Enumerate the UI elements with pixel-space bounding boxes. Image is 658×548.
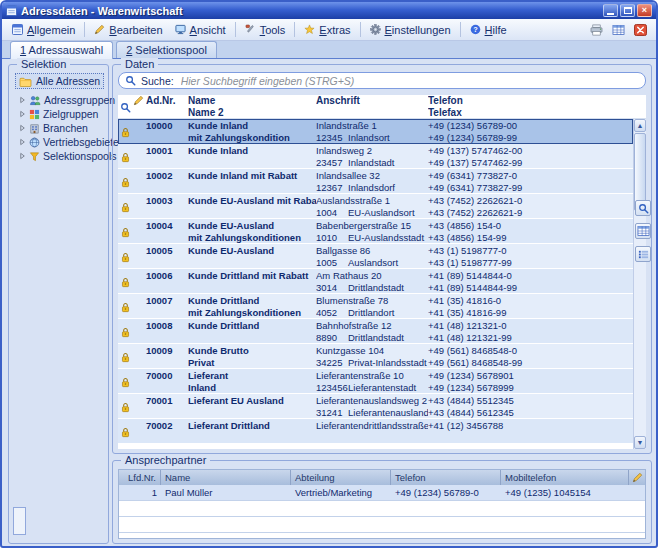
address-city: Auslandsort bbox=[348, 257, 398, 268]
menu-einstellungen[interactable]: Einstellungen bbox=[364, 22, 457, 38]
pools-icon bbox=[29, 151, 40, 162]
lock-icon bbox=[121, 146, 130, 168]
contacts-panel: Ansprechpartner Lfd.Nr. Name Abteilung T… bbox=[112, 460, 652, 544]
menu-extras[interactable]: Extras bbox=[298, 22, 356, 38]
maximize-button[interactable] bbox=[620, 4, 635, 17]
address-zip: 23457 bbox=[316, 157, 348, 169]
mini-pane bbox=[13, 507, 26, 535]
lock-icon bbox=[121, 271, 130, 293]
menu-bearbeiten[interactable]: Bearbeiten bbox=[88, 22, 168, 38]
address-number: 10005 bbox=[146, 245, 188, 268]
col-anschrift[interactable]: Anschrift bbox=[316, 95, 428, 118]
address-row[interactable]: 10001Kunde InlandInlandsweg 223457Inland… bbox=[118, 144, 633, 169]
address-name: Kunde EU-Ausland bbox=[188, 220, 316, 232]
address-name: Kunde Inland mit Rabatt bbox=[188, 170, 316, 182]
address-row[interactable]: 10009Kunde BruttoPrivatKuntzgasse 104342… bbox=[118, 344, 633, 369]
col-mobiltelefon[interactable]: Mobiltelefon bbox=[501, 470, 629, 485]
address-name2 bbox=[188, 332, 316, 344]
lock-icon bbox=[121, 346, 130, 368]
close-red-icon bbox=[634, 24, 647, 36]
address-fax: +49 (6341) 773827-99 bbox=[428, 182, 633, 194]
col-lfdnr[interactable]: Lfd.Nr. bbox=[119, 470, 161, 485]
address-table-body: 10000Kunde Inlandmit ZahlungskonditionIn… bbox=[118, 119, 633, 449]
tree-item-zielgruppen[interactable]: Zielgruppen bbox=[13, 107, 106, 121]
list-view-button[interactable] bbox=[635, 246, 651, 262]
address-row[interactable]: 10002Kunde Inland mit RabattInlandsallee… bbox=[118, 169, 633, 194]
menu-allgemein[interactable]: Allgemein bbox=[6, 22, 81, 38]
tab-1-adressauswahl[interactable]: 1 Adressauswahl bbox=[10, 41, 113, 59]
tree-root-alle-adressen[interactable]: Alle Adressen bbox=[15, 73, 104, 89]
address-row[interactable]: 10000Kunde Inlandmit ZahlungskonditionIn… bbox=[118, 119, 633, 144]
territories-icon bbox=[29, 137, 40, 148]
address-row[interactable]: 70001Lieferant EU AuslandLieferantenausl… bbox=[118, 394, 633, 419]
address-row[interactable]: 10003Kunde EU-Ausland mit RabattAuslands… bbox=[118, 194, 633, 219]
tree-item-vertriebsgebiete[interactable]: Vertriebsgebiete bbox=[13, 135, 106, 149]
address-number: 10006 bbox=[146, 270, 188, 293]
address-row[interactable]: 10007Kunde Drittlandmit Zahlungskonditio… bbox=[118, 294, 633, 319]
col-abteilung[interactable]: Abteilung bbox=[291, 470, 391, 485]
contact-row-empty[interactable] bbox=[119, 501, 645, 517]
address-row[interactable]: 10008Kunde DrittlandBahnhofstraße 128890… bbox=[118, 319, 633, 344]
tree-item-adressgruppen[interactable]: Adressgruppen bbox=[13, 93, 106, 107]
lock-icon bbox=[121, 296, 130, 318]
address-city: Drittlandort bbox=[348, 307, 394, 318]
address-phone: +41 (89) 5144844-0 bbox=[428, 270, 633, 282]
lock-icon bbox=[121, 321, 130, 343]
address-zip: 34225 bbox=[316, 357, 348, 369]
contact-mobile: +49 (1235) 1045154 bbox=[501, 485, 629, 500]
scroll-up-button[interactable]: ▲ bbox=[634, 119, 646, 132]
col-contact-telefon[interactable]: Telefon bbox=[391, 470, 501, 485]
window-title: Adressdaten - Warenwirtschaft bbox=[21, 5, 599, 17]
tab-2-selektionspool[interactable]: 2 Selektionspool bbox=[116, 41, 217, 58]
address-row[interactable]: 70002Lieferant DrittlandLieferantendritt… bbox=[118, 419, 633, 444]
col-telefon[interactable]: Telefon Telefax bbox=[428, 95, 633, 118]
address-name2 bbox=[188, 157, 316, 169]
col-contact-name[interactable]: Name bbox=[161, 470, 291, 485]
address-city: Privat-Inlandsstadt bbox=[348, 357, 427, 368]
tree-item-selektionspools[interactable]: Selektionspools bbox=[13, 149, 106, 163]
table-view-button[interactable] bbox=[609, 21, 628, 38]
address-phone: +43 (4856) 154-0 bbox=[428, 220, 633, 232]
contact-row-empty[interactable] bbox=[119, 517, 645, 533]
address-number: 70001 bbox=[146, 395, 188, 418]
address-fax: +49 (561) 8468548-99 bbox=[428, 357, 633, 369]
address-city: EU-Auslandsstadt bbox=[348, 232, 424, 243]
close-button[interactable]: × bbox=[637, 4, 652, 17]
col-name[interactable]: Name Name 2 bbox=[188, 95, 316, 118]
address-name: Kunde Drittland mit Rabatt bbox=[188, 270, 316, 282]
row-marker bbox=[133, 345, 146, 368]
vertical-scrollbar[interactable]: ▲ ▼ bbox=[633, 119, 646, 449]
menu-hilfe[interactable]: ?Hilfe bbox=[464, 22, 513, 38]
address-row[interactable]: 10004Kunde EU-Auslandmit Zahlungskonditi… bbox=[118, 219, 633, 244]
menu-separator bbox=[460, 22, 461, 37]
address-street: Lieferantendrittlandsstraße 65 bbox=[316, 420, 428, 432]
search-label: Suche: bbox=[141, 75, 174, 87]
contact-row[interactable]: 1Paul MüllerVertrieb/Marketing+49 (1234)… bbox=[119, 485, 645, 501]
address-phone: +49 (6341) 773827-0 bbox=[428, 170, 633, 182]
menu-tools[interactable]: Tools bbox=[239, 22, 292, 38]
grid-view-button[interactable] bbox=[635, 223, 651, 239]
lock-icon bbox=[121, 171, 130, 193]
address-row[interactable]: 10006Kunde Drittland mit RabattAm Rathau… bbox=[118, 269, 633, 294]
menu-items: AllgemeinBearbeitenAnsichtToolsExtrasEin… bbox=[6, 22, 513, 38]
address-zip: 1010 bbox=[316, 232, 348, 244]
menu-ansicht[interactable]: Ansicht bbox=[169, 22, 232, 38]
menu-bar: AllgemeinBearbeitenAnsichtToolsExtrasEin… bbox=[2, 19, 656, 41]
address-name2 bbox=[188, 282, 316, 294]
address-row[interactable]: 10005Kunde EU-AuslandBallgasse 861005Aus… bbox=[118, 244, 633, 269]
print-button[interactable] bbox=[587, 21, 606, 38]
detail-search-button[interactable] bbox=[635, 200, 651, 216]
close-view-button[interactable] bbox=[631, 21, 650, 38]
address-row[interactable]: 70000LieferantInlandLieferantenstraße 10… bbox=[118, 369, 633, 394]
tree-item-branchen[interactable]: Branchen bbox=[13, 121, 106, 135]
scroll-down-button[interactable]: ▼ bbox=[634, 436, 646, 449]
address-name: Lieferant bbox=[188, 370, 316, 382]
search-input[interactable] bbox=[179, 74, 639, 88]
row-marker bbox=[133, 420, 146, 443]
address-number: 10009 bbox=[146, 345, 188, 368]
help-icon: ? bbox=[470, 24, 481, 35]
title-bar[interactable]: Adressdaten - Warenwirtschaft × bbox=[2, 2, 656, 19]
col-adnr[interactable]: Ad.Nr. bbox=[146, 95, 188, 118]
address-name: Kunde Brutto bbox=[188, 345, 316, 357]
minimize-button[interactable] bbox=[603, 4, 618, 17]
